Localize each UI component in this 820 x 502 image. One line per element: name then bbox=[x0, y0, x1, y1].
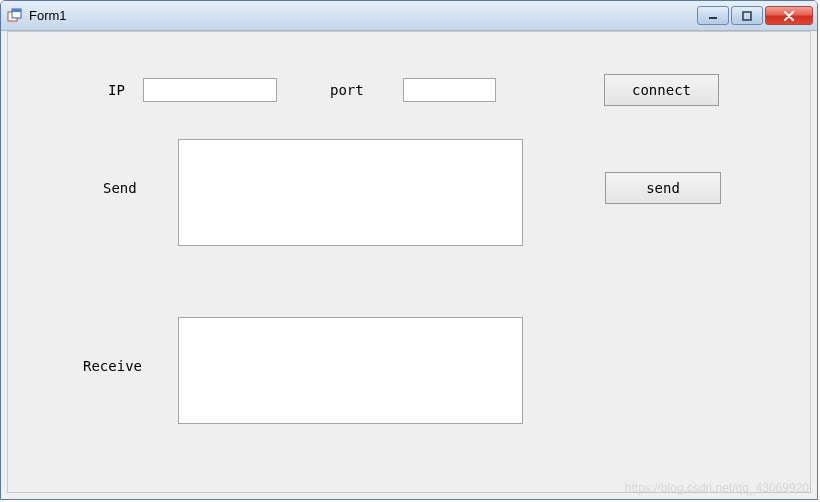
minimize-button[interactable] bbox=[697, 6, 729, 25]
svg-rect-3 bbox=[709, 17, 717, 19]
send-textarea[interactable] bbox=[178, 139, 523, 246]
window-title: Form1 bbox=[29, 8, 697, 23]
svg-rect-2 bbox=[12, 9, 21, 12]
receive-label: Receive bbox=[83, 358, 142, 374]
ip-label: IP bbox=[108, 82, 125, 98]
port-input[interactable] bbox=[403, 78, 496, 102]
client-area: IP port connect Send send Receive bbox=[7, 31, 811, 493]
send-button[interactable]: send bbox=[605, 172, 721, 204]
receive-textarea[interactable] bbox=[178, 317, 523, 424]
app-icon bbox=[7, 8, 23, 24]
titlebar[interactable]: Form1 bbox=[1, 1, 817, 31]
ip-input[interactable] bbox=[143, 78, 277, 102]
window-frame: Form1 IP port connect Send send Receive … bbox=[0, 0, 818, 500]
connect-button[interactable]: connect bbox=[604, 74, 719, 106]
close-button[interactable] bbox=[765, 6, 813, 25]
svg-rect-4 bbox=[743, 12, 751, 20]
port-label: port bbox=[330, 82, 364, 98]
window-controls bbox=[697, 6, 813, 25]
send-label: Send bbox=[103, 180, 137, 196]
maximize-button[interactable] bbox=[731, 6, 763, 25]
